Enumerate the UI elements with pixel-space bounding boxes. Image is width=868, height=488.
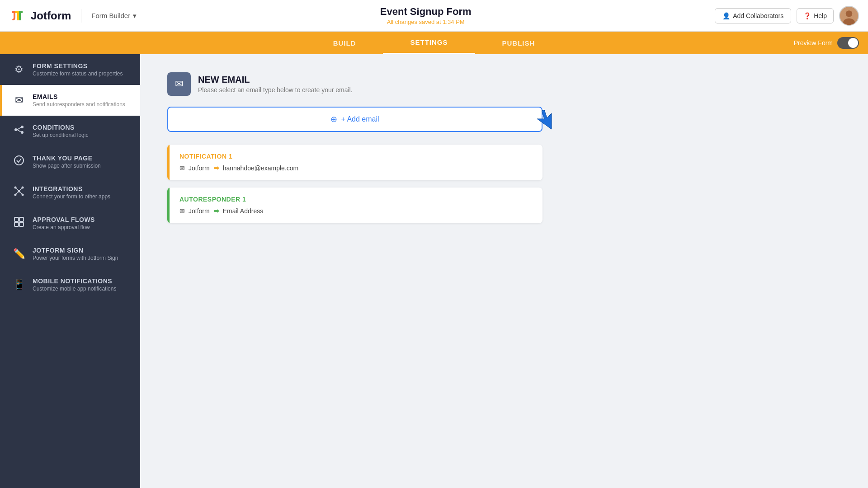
svg-marker-24 (537, 110, 552, 129)
svg-point-6 (21, 126, 24, 128)
svg-line-17 (20, 188, 22, 190)
plus-circle-icon: ⊕ (330, 114, 337, 124)
autoresponder-1-flow: ✉ Jotform ➡ Email Address (179, 206, 533, 215)
question-icon: ❓ (803, 12, 811, 19)
sidebar-item-jotform-sign-title: JOTFORM SIGN (33, 247, 118, 254)
sidebar-item-jotform-sign-subtitle: Power your forms with Jotform Sign (33, 255, 118, 261)
header-right: 👤 Add Collaborators ❓ Help (715, 6, 859, 26)
jotform-logo-icon (9, 8, 25, 24)
sidebar-item-form-settings-title: FORM SETTINGS (33, 62, 123, 70)
notification-1-card[interactable]: NOTIFICATION 1 ✉ Jotform ➡ hannahdoe@exa… (167, 145, 542, 180)
sidebar-item-conditions[interactable]: CONDITIONS Set up conditional logic (0, 116, 140, 146)
svg-line-16 (16, 188, 18, 190)
sign-icon: ✏️ (13, 248, 25, 260)
sidebar-item-integrations-subtitle: Connect your form to other apps (33, 193, 110, 200)
svg-point-10 (14, 156, 24, 165)
notification-1-from: Jotform (189, 164, 210, 172)
cursor-pointer (533, 107, 556, 131)
new-email-title: NEW EMAIL (198, 75, 353, 85)
flow-arrow-orange: ➡ (213, 164, 219, 172)
sidebar-item-emails-title: EMAILS (33, 93, 125, 100)
autoresponder-1-to: Email Address (223, 207, 263, 215)
add-email-wrapper: ⊕ + Add email (167, 107, 542, 132)
notification-1-to: hannahdoe@example.com (223, 164, 299, 172)
nav-bar: BUILD SETTINGS PUBLISH Preview Form (0, 32, 868, 54)
logo-area: Jotform Form Builder ▾ (9, 8, 137, 24)
new-email-header: ✉ NEW EMAIL Please select an email type … (167, 72, 841, 96)
sidebar-item-mobile-notifications[interactable]: 📱 MOBILE NOTIFICATIONS Customize mobile … (0, 269, 140, 300)
sidebar-item-emails-subtitle: Send autoresponders and notifications (33, 101, 125, 108)
svg-rect-23 (19, 222, 24, 226)
email-icon: ✉ (13, 94, 25, 106)
sidebar-item-thank-you[interactable]: THANK YOU PAGE Show page after submissio… (0, 146, 140, 177)
sidebar-item-integrations[interactable]: INTEGRATIONS Connect your form to other … (0, 177, 140, 208)
preview-toggle-area: Preview Form (794, 37, 859, 49)
mail-icon: ✉ (179, 164, 185, 172)
tab-build[interactable]: BUILD (306, 32, 383, 54)
svg-rect-22 (14, 222, 19, 226)
sidebar-item-jotform-sign[interactable]: ✏️ JOTFORM SIGN Power your forms with Jo… (0, 239, 140, 269)
svg-line-19 (20, 192, 22, 194)
add-collaborators-button[interactable]: 👤 Add Collaborators (715, 8, 791, 23)
autoresponder-1-title: AUTORESPONDER 1 (179, 196, 533, 203)
approval-icon (13, 216, 25, 230)
gear-icon: ⚙ (13, 64, 25, 75)
svg-rect-21 (19, 217, 24, 221)
checkmark-icon (13, 155, 25, 169)
sidebar-item-approval-flows-title: APPROVAL FLOWS (33, 216, 95, 223)
new-email-subtitle: Please select an email type below to cre… (198, 86, 353, 94)
sidebar-item-mobile-notifications-subtitle: Customize mobile app notifications (33, 286, 116, 292)
logo-text: Jotform (31, 9, 71, 22)
mobile-icon: 📱 (13, 279, 25, 291)
preview-toggle-switch[interactable] (837, 37, 859, 49)
tab-settings[interactable]: SETTINGS (383, 32, 475, 54)
tab-publish[interactable]: PUBLISH (475, 32, 562, 54)
sidebar-item-thank-you-title: THANK YOU PAGE (33, 155, 101, 162)
notification-1-title: NOTIFICATION 1 (179, 153, 533, 160)
main-layout: ⚙ FORM SETTINGS Customize form status an… (0, 54, 868, 488)
svg-point-13 (22, 187, 24, 189)
svg-point-15 (22, 194, 24, 196)
sidebar-item-thank-you-subtitle: Show page after submission (33, 163, 101, 169)
autoresponder-1-card[interactable]: AUTORESPONDER 1 ✉ Jotform ➡ Email Addres… (167, 188, 542, 223)
header-divider (81, 9, 81, 23)
svg-point-12 (14, 187, 17, 189)
sidebar-item-conditions-title: CONDITIONS (33, 124, 88, 131)
main-content: ✉ NEW EMAIL Please select an email type … (140, 54, 868, 488)
sidebar-item-approval-flows-subtitle: Create an approval flow (33, 224, 95, 230)
svg-point-14 (14, 194, 17, 196)
svg-line-9 (17, 130, 21, 132)
toggle-knob (848, 38, 858, 48)
top-header: Jotform Form Builder ▾ Event Signup Form… (0, 0, 868, 32)
form-saved-status: All changes saved at 1:34 PM (380, 19, 472, 25)
svg-point-7 (21, 131, 24, 134)
form-title-area: Event Signup Form All changes saved at 1… (380, 6, 472, 25)
flow-arrow-green: ➡ (213, 206, 219, 215)
notification-1-flow: ✉ Jotform ➡ hannahdoe@example.com (179, 164, 533, 172)
svg-point-5 (14, 128, 17, 131)
chevron-down-icon: ▾ (133, 12, 137, 20)
user-plus-icon: 👤 (722, 12, 730, 19)
help-button[interactable]: ❓ Help (797, 8, 834, 23)
svg-point-3 (846, 10, 853, 17)
sidebar: ⚙ FORM SETTINGS Customize form status an… (0, 54, 140, 488)
user-avatar[interactable] (839, 6, 859, 26)
form-builder-button[interactable]: Form Builder ▾ (91, 12, 137, 20)
mail-icon-2: ✉ (179, 207, 185, 215)
sidebar-item-conditions-subtitle: Set up conditional logic (33, 132, 88, 138)
envelope-icon: ✉ (175, 78, 183, 90)
sidebar-item-emails[interactable]: ✉ EMAILS Send autoresponders and notific… (0, 85, 140, 116)
svg-line-8 (17, 127, 21, 130)
sidebar-item-form-settings-subtitle: Customize form status and properties (33, 70, 123, 77)
sidebar-item-approval-flows[interactable]: APPROVAL FLOWS Create an approval flow (0, 208, 140, 239)
sidebar-item-form-settings[interactable]: ⚙ FORM SETTINGS Customize form status an… (0, 54, 140, 85)
autoresponder-1-from: Jotform (189, 207, 210, 215)
sidebar-item-integrations-title: INTEGRATIONS (33, 185, 110, 192)
integrations-icon (13, 186, 25, 199)
form-title: Event Signup Form (380, 6, 472, 18)
svg-line-18 (16, 192, 18, 194)
add-email-button[interactable]: ⊕ + Add email (167, 107, 542, 132)
sidebar-item-mobile-notifications-title: MOBILE NOTIFICATIONS (33, 277, 116, 285)
preview-label: Preview Form (794, 39, 833, 47)
new-email-icon-box: ✉ (167, 72, 191, 96)
